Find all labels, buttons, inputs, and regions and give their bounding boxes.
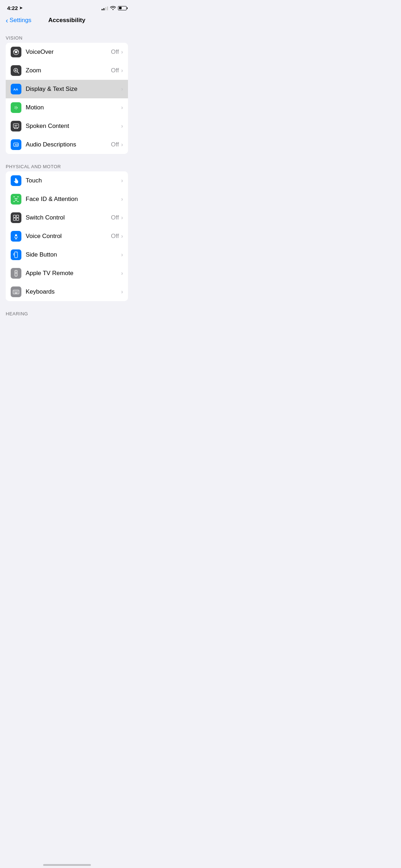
svg-point-25 [15,234,17,237]
apple-tv-remote-chevron-icon: › [121,270,123,277]
spoken-content-label: Spoken Content [26,123,121,130]
wifi-icon [110,5,116,11]
switch-control-value: Off [111,214,119,221]
signal-icon [102,6,108,10]
voice-control-chevron-icon: › [121,233,123,239]
spoken-content-row[interactable]: Spoken Content › [6,117,128,135]
touch-row[interactable]: Touch › [6,171,128,190]
keyboards-icon [11,286,21,297]
location-icon: ➤ [19,6,22,10]
zoom-label: Zoom [26,67,111,74]
back-button[interactable]: ‹ Settings [6,17,31,24]
section-header-hearing: HEARING [0,304,134,320]
svg-rect-16 [14,201,15,202]
voiceover-row[interactable]: VoiceOver Off › [6,43,128,61]
nav-header: ‹ Settings Accessibility [0,14,134,28]
apple-tv-remote-row[interactable]: Apple TV Remote › [6,264,128,283]
switch-control-label: Switch Control [26,214,111,221]
keyboards-chevron-icon: › [121,289,123,295]
display-text-size-label: Display & Text Size [26,86,121,93]
svg-point-1 [15,51,17,53]
svg-rect-15 [17,197,19,197]
physical-motor-group: Touch › Face ID & Attention › [6,171,128,301]
switch-control-icon [11,212,21,223]
zoom-chevron-icon: › [121,67,123,74]
svg-rect-17 [17,201,19,202]
voice-control-icon [11,231,21,242]
voice-control-label: Voice Control [26,233,111,240]
battery-icon [118,6,127,10]
zoom-value: Off [111,67,119,74]
spoken-content-chevron-icon: › [121,123,123,129]
audio-descriptions-label: Audio Descriptions [26,141,111,148]
keyboards-row[interactable]: Keyboards › [6,283,128,301]
status-icons [102,5,127,11]
section-header-vision: VISION [0,28,134,43]
touch-chevron-icon: › [121,177,123,184]
motion-row[interactable]: Motion › [6,98,128,117]
vision-group: VoiceOver Off › Zoom Off › AA Display & … [6,43,128,154]
audio-descriptions-icon: AD [11,139,21,150]
svg-rect-21 [14,215,16,218]
side-button-icon [11,249,21,260]
svg-rect-24 [16,218,19,221]
voice-control-value: Off [111,233,119,240]
apple-tv-remote-icon [11,268,21,279]
svg-text:AD: AD [15,144,18,146]
side-button-chevron-icon: › [121,252,123,258]
svg-line-3 [17,72,19,73]
keyboards-label: Keyboards [26,288,121,295]
voiceover-chevron-icon: › [121,49,123,55]
voice-control-row[interactable]: Voice Control Off › [6,227,128,246]
display-text-size-row[interactable]: AA Display & Text Size › [6,80,128,98]
svg-point-34 [16,275,16,275]
status-bar: 4:22 ➤ [0,0,134,14]
page-title: Accessibility [48,17,86,24]
svg-text:AA: AA [14,88,19,91]
motion-label: Motion [26,104,121,111]
audio-descriptions-row[interactable]: AD Audio Descriptions Off › [6,135,128,154]
audio-descriptions-value: Off [111,141,119,148]
voiceover-label: VoiceOver [26,48,111,56]
face-id-attention-chevron-icon: › [121,196,123,202]
motion-icon [11,102,21,113]
zoom-row[interactable]: Zoom Off › [6,61,128,80]
display-text-size-icon: AA [11,84,21,94]
voiceover-icon [11,47,21,57]
svg-point-18 [15,198,16,199]
switch-control-row[interactable]: Switch Control Off › [6,208,128,227]
svg-point-8 [16,107,17,108]
svg-point-31 [16,272,17,273]
section-header-physical: PHYSICAL AND MOTOR [0,157,134,171]
audio-descriptions-chevron-icon: › [121,141,123,148]
svg-rect-22 [16,215,19,218]
back-chevron-icon: ‹ [6,17,8,24]
display-text-size-chevron-icon: › [121,86,123,92]
side-button-row[interactable]: Side Button › [6,246,128,264]
face-id-attention-icon [11,194,21,205]
side-button-label: Side Button [26,251,121,258]
spoken-content-icon [11,121,21,131]
touch-label: Touch [26,177,121,184]
zoom-icon [11,65,21,76]
face-id-attention-label: Face ID & Attention [26,196,121,203]
voiceover-value: Off [111,48,119,56]
face-id-attention-row[interactable]: Face ID & Attention › [6,190,128,208]
svg-rect-9 [14,124,19,128]
motion-chevron-icon: › [121,104,123,111]
status-time: 4:22 ➤ [7,5,22,11]
apple-tv-remote-label: Apple TV Remote [26,270,121,277]
touch-icon [11,175,21,186]
switch-control-chevron-icon: › [121,215,123,221]
svg-point-19 [16,198,17,199]
svg-rect-14 [14,197,15,197]
svg-rect-23 [14,218,16,221]
back-label: Settings [10,17,31,24]
